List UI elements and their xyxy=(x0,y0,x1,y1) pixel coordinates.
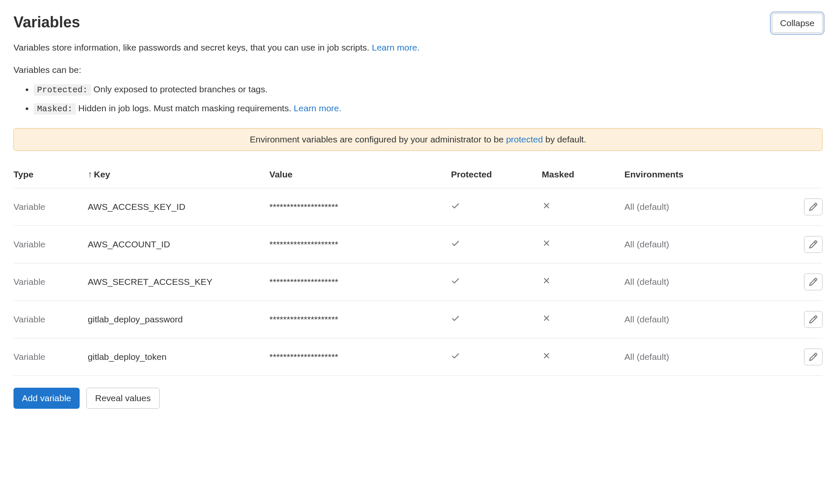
masked-tag: Masked: xyxy=(34,103,76,115)
x-icon xyxy=(542,239,551,248)
header-environments[interactable]: Environments xyxy=(624,164,773,188)
banner-suffix: by default. xyxy=(543,134,586,144)
cell-masked xyxy=(542,188,624,225)
cell-protected xyxy=(451,225,542,263)
table-row: Variable AWS_ACCOUNT_ID ****************… xyxy=(13,225,823,263)
x-icon xyxy=(542,276,551,285)
cell-protected xyxy=(451,188,542,225)
pencil-icon xyxy=(809,352,818,362)
cell-value: ******************** xyxy=(269,225,451,263)
edit-variable-button[interactable] xyxy=(804,236,823,253)
header-masked[interactable]: Masked xyxy=(542,164,624,188)
cell-environments: All (default) xyxy=(624,263,773,300)
protected-description: Only exposed to protected branches or ta… xyxy=(91,84,268,94)
cell-key: AWS_SECRET_ACCESS_KEY xyxy=(88,263,269,300)
cell-actions xyxy=(773,188,823,225)
cell-type: Variable xyxy=(13,263,88,300)
header-protected[interactable]: Protected xyxy=(451,164,542,188)
x-icon xyxy=(542,314,551,323)
cell-value: ******************** xyxy=(269,263,451,300)
sort-arrow-up-icon: ↑ xyxy=(88,169,92,180)
cell-actions xyxy=(773,225,823,263)
cell-protected xyxy=(451,300,542,338)
edit-variable-button[interactable] xyxy=(804,273,823,290)
check-icon xyxy=(451,201,460,210)
cell-environments: All (default) xyxy=(624,188,773,225)
edit-variable-button[interactable] xyxy=(804,311,823,328)
table-row: Variable gitlab_deploy_password ********… xyxy=(13,300,823,338)
cell-type: Variable xyxy=(13,338,88,375)
cell-actions xyxy=(773,338,823,375)
cell-value: ******************** xyxy=(269,300,451,338)
protected-tag: Protected: xyxy=(34,84,91,96)
collapse-button[interactable]: Collapse xyxy=(772,13,823,33)
cell-actions xyxy=(773,300,823,338)
add-variable-button[interactable]: Add variable xyxy=(13,388,80,409)
cell-masked xyxy=(542,263,624,300)
table-row: Variable gitlab_deploy_token ***********… xyxy=(13,338,823,375)
cell-environments: All (default) xyxy=(624,338,773,375)
masked-learn-more-link[interactable]: Learn more. xyxy=(294,103,341,113)
banner-prefix: Environment variables are configured by … xyxy=(250,134,506,144)
cell-type: Variable xyxy=(13,225,88,263)
section-title: Variables xyxy=(13,13,80,31)
edit-variable-button[interactable] xyxy=(804,349,823,365)
cell-actions xyxy=(773,263,823,300)
description-text: Variables store information, like passwo… xyxy=(13,40,823,55)
pencil-icon xyxy=(809,240,818,249)
masked-description: Hidden in job logs. Must match masking r… xyxy=(76,103,294,113)
masked-type-item: Masked: Hidden in job logs. Must match m… xyxy=(34,101,823,116)
cell-masked xyxy=(542,338,624,375)
info-banner: Environment variables are configured by … xyxy=(13,128,823,151)
pencil-icon xyxy=(809,315,818,324)
cell-protected xyxy=(451,263,542,300)
cell-key: AWS_ACCOUNT_ID xyxy=(88,225,269,263)
header-value[interactable]: Value xyxy=(269,164,451,188)
cell-type: Variable xyxy=(13,300,88,338)
check-icon xyxy=(451,314,460,323)
header-type[interactable]: Type xyxy=(13,164,88,188)
pencil-icon xyxy=(809,202,818,212)
cell-protected xyxy=(451,338,542,375)
check-icon xyxy=(451,351,460,360)
cell-masked xyxy=(542,225,624,263)
header-actions xyxy=(773,164,823,188)
table-row: Variable AWS_ACCESS_KEY_ID *************… xyxy=(13,188,823,225)
learn-more-link[interactable]: Learn more. xyxy=(372,43,420,52)
cell-key: gitlab_deploy_token xyxy=(88,338,269,375)
header-key-label: Key xyxy=(94,169,110,179)
cell-masked xyxy=(542,300,624,338)
cell-value: ******************** xyxy=(269,188,451,225)
cell-key: AWS_ACCESS_KEY_ID xyxy=(88,188,269,225)
cell-environments: All (default) xyxy=(624,300,773,338)
cell-type: Variable xyxy=(13,188,88,225)
check-icon xyxy=(451,276,460,285)
cell-key: gitlab_deploy_password xyxy=(88,300,269,338)
check-icon xyxy=(451,239,460,248)
description-body: Variables store information, like passwo… xyxy=(13,43,372,52)
reveal-values-button[interactable]: Reveal values xyxy=(86,388,160,409)
table-row: Variable AWS_SECRET_ACCESS_KEY *********… xyxy=(13,263,823,300)
variables-table: Type ↑Key Value Protected Masked Environ… xyxy=(13,164,823,376)
cell-environments: All (default) xyxy=(624,225,773,263)
banner-protected-link[interactable]: protected xyxy=(506,134,543,144)
edit-variable-button[interactable] xyxy=(804,198,823,215)
protected-type-item: Protected: Only exposed to protected bra… xyxy=(34,82,823,97)
variable-types-list: Protected: Only exposed to protected bra… xyxy=(13,82,823,116)
variables-can-be-heading: Variables can be: xyxy=(13,65,823,75)
x-icon xyxy=(542,351,551,360)
pencil-icon xyxy=(809,277,818,287)
header-key[interactable]: ↑Key xyxy=(88,164,269,188)
cell-value: ******************** xyxy=(269,338,451,375)
x-icon xyxy=(542,201,551,210)
